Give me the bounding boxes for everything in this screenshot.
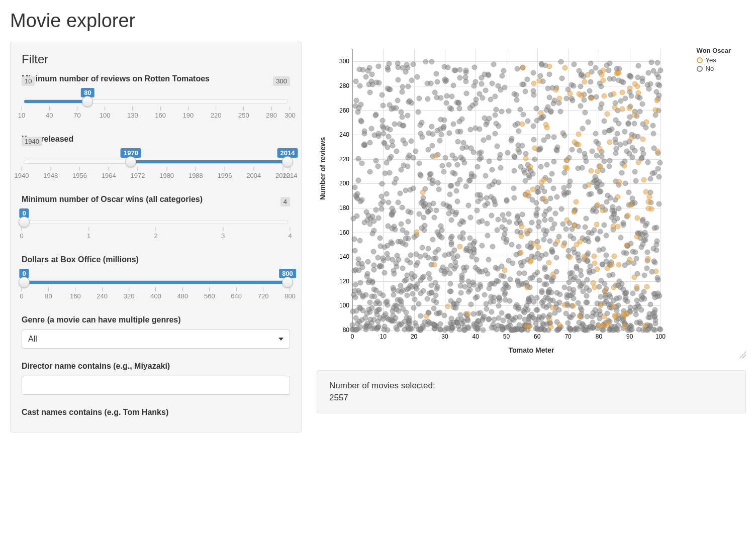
data-point bbox=[514, 215, 520, 221]
data-point bbox=[617, 279, 622, 284]
data-point bbox=[550, 305, 556, 311]
data-point bbox=[626, 189, 631, 195]
oscars-handle[interactable] bbox=[19, 217, 30, 228]
data-point bbox=[419, 225, 424, 231]
boxoffice-handle-hi[interactable] bbox=[282, 277, 293, 288]
data-point bbox=[609, 215, 615, 221]
data-point bbox=[579, 307, 584, 312]
data-point bbox=[448, 183, 454, 188]
data-point bbox=[632, 169, 637, 174]
data-point bbox=[369, 126, 374, 131]
data-point bbox=[519, 327, 524, 333]
resize-handle[interactable] bbox=[739, 351, 746, 358]
data-point bbox=[613, 314, 618, 319]
data-point bbox=[515, 147, 521, 152]
data-point bbox=[459, 219, 464, 224]
year-handle-hi[interactable] bbox=[282, 156, 293, 167]
data-point bbox=[351, 216, 356, 222]
data-point bbox=[525, 77, 530, 82]
data-point bbox=[634, 284, 639, 289]
data-point bbox=[441, 169, 447, 175]
data-point bbox=[356, 178, 361, 183]
data-point bbox=[411, 61, 416, 67]
reviews-slider[interactable]: 10 300 80 104070100130160190220250280300 bbox=[22, 88, 290, 122]
data-point bbox=[636, 304, 641, 309]
data-point bbox=[531, 80, 537, 86]
data-point bbox=[569, 96, 575, 101]
data-point bbox=[439, 163, 445, 169]
scatter-chart[interactable]: 0102030405060708090100801001201401601802… bbox=[317, 42, 746, 358]
data-point bbox=[395, 98, 400, 103]
data-point bbox=[433, 153, 439, 158]
data-point bbox=[631, 121, 637, 126]
data-point bbox=[463, 184, 469, 189]
reviews-handle[interactable] bbox=[82, 96, 93, 107]
data-point bbox=[551, 186, 556, 191]
data-point bbox=[465, 203, 471, 208]
data-point bbox=[626, 122, 631, 127]
data-point bbox=[536, 189, 541, 194]
data-point bbox=[407, 152, 412, 158]
data-point bbox=[633, 250, 638, 255]
data-point bbox=[595, 236, 600, 242]
data-point bbox=[450, 83, 456, 88]
data-point bbox=[634, 234, 640, 240]
genre-select[interactable]: All bbox=[22, 330, 290, 349]
data-point bbox=[561, 302, 567, 307]
data-point bbox=[582, 151, 588, 156]
data-point bbox=[463, 67, 469, 73]
data-point bbox=[483, 87, 488, 93]
data-point bbox=[527, 259, 533, 265]
data-point bbox=[598, 294, 604, 300]
data-point bbox=[510, 328, 516, 333]
data-point bbox=[400, 205, 405, 210]
data-point bbox=[598, 278, 604, 284]
data-point bbox=[402, 327, 407, 333]
data-point bbox=[572, 139, 577, 145]
data-point bbox=[430, 132, 436, 137]
data-point bbox=[602, 130, 607, 135]
data-point bbox=[542, 218, 548, 223]
data-point bbox=[611, 91, 616, 97]
data-point bbox=[352, 288, 357, 293]
data-point bbox=[391, 292, 397, 298]
data-point bbox=[543, 122, 549, 128]
boxoffice-handle-lo[interactable] bbox=[19, 277, 30, 288]
year-slider[interactable]: 1940 1970 2014 1940194819561964197219801… bbox=[22, 149, 290, 182]
data-point bbox=[641, 177, 647, 183]
data-point bbox=[498, 165, 504, 170]
data-point bbox=[644, 249, 650, 255]
data-point bbox=[574, 199, 579, 204]
data-point bbox=[440, 201, 446, 207]
data-point bbox=[607, 158, 613, 163]
data-point bbox=[529, 220, 535, 225]
data-point bbox=[458, 290, 463, 295]
year-handle-lo[interactable] bbox=[125, 156, 136, 167]
data-point bbox=[417, 161, 422, 166]
data-point bbox=[509, 242, 514, 248]
data-point bbox=[607, 272, 612, 278]
data-point bbox=[383, 311, 388, 316]
data-point bbox=[518, 250, 523, 256]
data-point bbox=[542, 212, 547, 218]
data-point bbox=[657, 82, 663, 88]
data-point bbox=[592, 227, 597, 233]
boxoffice-slider[interactable]: 0 800 080160240320400480560640720800 bbox=[22, 269, 290, 302]
data-point bbox=[466, 178, 472, 184]
data-point bbox=[563, 311, 569, 316]
data-point bbox=[403, 236, 409, 242]
data-point bbox=[394, 327, 400, 332]
data-point bbox=[382, 244, 388, 250]
data-point bbox=[438, 117, 443, 123]
data-point bbox=[525, 119, 530, 124]
data-point bbox=[372, 113, 378, 119]
data-point bbox=[364, 324, 369, 330]
data-point bbox=[552, 210, 558, 216]
data-point bbox=[623, 290, 629, 295]
oscars-slider[interactable]: 4 0 01234 bbox=[22, 209, 290, 242]
data-point bbox=[463, 246, 469, 252]
data-point bbox=[361, 128, 367, 134]
director-input[interactable] bbox=[22, 376, 290, 395]
data-point bbox=[580, 126, 585, 131]
data-point bbox=[447, 288, 452, 294]
